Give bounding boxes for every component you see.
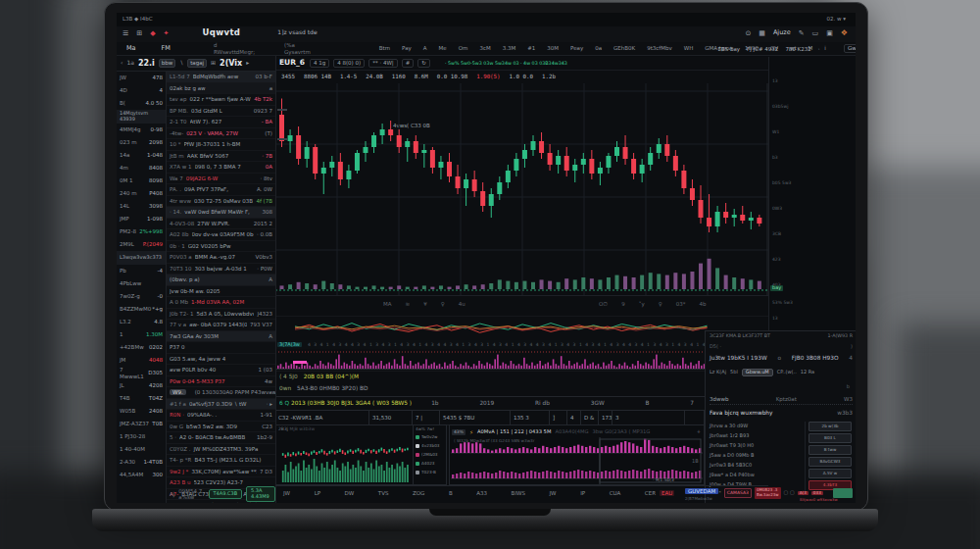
detail-row[interactable]: #1 f a0a%vfj37 0.3D9 ∖ tW· ▸ (167, 399, 275, 411)
watchlist-row[interactable]: L3.24.8 (117, 316, 166, 328)
right-panel-tab[interactable]: FJ JC# 4932 (747, 46, 778, 52)
watchlist-row[interactable]: 4m8408 (117, 162, 166, 175)
positions-table-row[interactable]: C32 -KW9R1 .BA31,5307 |5435 $ 7BU135 3]4… (275, 411, 705, 425)
favorite-icon[interactable]: ✦ (164, 29, 170, 37)
menu-item[interactable]: 9t3cfMbv (647, 45, 672, 51)
watchlist-row[interactable]: JMZ-A3Z37T0B (117, 418, 166, 430)
candlestick-chart[interactable]: 4vws( C33 0B (275, 83, 768, 295)
menu-item[interactable]: 3cM (479, 45, 490, 51)
right-panel-tab[interactable]: 780 K232 (785, 46, 810, 52)
panel-icon[interactable]: ▭ (812, 29, 819, 37)
nav-filter-button[interactable]: bbw (159, 59, 175, 67)
menu-item[interactable]: GEhB0K (613, 45, 635, 51)
detail-row[interactable]: X7A w 1098 0, 7 3 BMA 70A (167, 162, 275, 174)
watchlist-row[interactable]: 1 40-40M (117, 443, 166, 456)
watchlist-row[interactable]: PM2-82%+998 (117, 225, 166, 238)
order-action-button[interactable]: 2b w(3b (808, 422, 852, 431)
order-row[interactable]: Jhrvw a 30 d9W (710, 422, 800, 431)
right-panel-tab[interactable]: · (818, 46, 820, 52)
detail-row[interactable]: -4tw-023 V · VAMA, 27W(T) (167, 128, 275, 140)
order-checkboxes[interactable]: ▢ ▢ (784, 490, 795, 496)
detail-row[interactable]: Wa 709JA2G 6-W· 8tv (167, 174, 275, 185)
watchlist-row[interactable]: JMP1-098 (117, 213, 166, 225)
list-icon[interactable]: ☰ (122, 29, 128, 37)
menu-item[interactable]: 0a (595, 45, 602, 51)
watchlist-row[interactable]: 4MMJ4g0-98 (117, 124, 166, 136)
menu-item[interactable]: Om (459, 45, 468, 51)
detail-row[interactable]: 0b · 1G02 V0205 bPw (167, 241, 275, 253)
back-icon[interactable]: ‹ (121, 60, 122, 67)
detail-row[interactable]: 9w2 J *33K,C70M) avw*%aw **50237 D3 (167, 467, 275, 478)
detail-row[interactable]: 10 *PfW J8-37031 1 h-BM (167, 139, 275, 151)
menu-item[interactable]: 3.3M (503, 45, 516, 51)
order-type-button[interactable]: Gbww.uM (742, 369, 773, 376)
symbol-label[interactable]: EUR_6 (279, 59, 305, 68)
watchlist-row[interactable]: B4ZZMwM0*+g (117, 303, 166, 316)
menu-item[interactable]: #1 (527, 45, 535, 51)
watchlist-row[interactable]: 14L3098 (117, 200, 166, 213)
detail-row[interactable]: P37 0 (167, 342, 275, 354)
grid-icon[interactable]: ⊞ (136, 29, 142, 37)
pane-icon[interactable]: 03* (676, 301, 686, 307)
watchlist-row[interactable]: 2M9LP.(2049 (117, 238, 166, 251)
edit-icon[interactable]: ✎ (799, 29, 805, 37)
menu-item[interactable]: Btm (379, 45, 390, 51)
watchlist-row[interactable]: 11.30M (117, 328, 166, 341)
detail-row[interactable]: A02 8b0ov dv-va 03A9F5M 0b-vg· 0.0B (167, 229, 275, 241)
order-action-button[interactable]: B tww (808, 445, 852, 455)
pane-icon[interactable]: ≋ (406, 301, 411, 307)
detail-row[interactable]: R0N ·09%A8A-. .1-91 (167, 410, 275, 422)
forward-icon[interactable]: ▸ (246, 60, 249, 67)
watchlist-row[interactable]: 1 PJ30-28 (117, 430, 166, 443)
oscillator-panel[interactable]: 43% ⚡ A0MvA | 151 | 212 | 0433 5M A03A40… (449, 424, 705, 485)
order-action-button[interactable]: B03 L (808, 433, 852, 443)
detail-row[interactable]: C0Y0Z .JW M%0DZ43TM3. 39Pa (167, 444, 275, 456)
interval-button[interactable]: ** · 4W| (368, 59, 398, 67)
price-axis[interactable]: 1303b5wjW1b3b05 5w30W33CB423403bay53% 5w… (768, 57, 798, 341)
detail-row[interactable]: · 14.vaW 0wd BfwW MaWr F,308 (167, 207, 275, 219)
interval-button[interactable]: # (402, 59, 415, 67)
buy-button[interactable]: T4A9.C3B (209, 489, 243, 499)
detail-row[interactable]: 2-1 T0AtW 7). 627- BA (167, 117, 275, 128)
detail-row[interactable]: avw P0LR b0v 401 (03 (167, 365, 275, 376)
interval-button[interactable]: 4 1g (310, 59, 329, 67)
detail-row[interactable]: 77 v aaw- 0bA 0379 1443(0) 7793 V37 (167, 320, 275, 331)
detail-row[interactable]: G03 5.aw, 4a jwvw 4 (167, 354, 275, 366)
watchlist-row[interactable]: 7 MwwwL1D305 (117, 367, 166, 379)
detail-row[interactable]: 02ak bz g awa (167, 83, 275, 95)
interval-button[interactable]: ↻ (417, 59, 430, 67)
detail-row[interactable]: P0w 0-04 5-M33 P374w (167, 376, 275, 388)
watchlist-row[interactable]: 44,5A4M300 (117, 469, 166, 481)
layout-icon[interactable]: ▦ (759, 29, 765, 37)
menu-item[interactable]: Me (439, 45, 447, 51)
detail-row[interactable]: tav ap022 r **bawn fjaw A-W4b T2k (167, 94, 275, 106)
detail-row[interactable]: 5 ·A2 0- B0ACB tw.AvBMBB1b2-9 (167, 432, 275, 444)
order-action-button[interactable]: A.5V w (808, 469, 852, 478)
watchlist-row[interactable]: 4PbLww (117, 277, 166, 290)
pane-icon[interactable]: ¥ (423, 301, 427, 307)
order-row[interactable]: Jbr0awt 1r2 B93 (710, 431, 800, 441)
detail-row[interactable]: 4-0V3-0827W W.PVR.2015 2 (167, 219, 275, 230)
interval-button[interactable]: 4 8(0) 0) (333, 59, 365, 67)
detail-row[interactable]: PA. .09A PfV7 37PaF,A. 0W (167, 184, 275, 196)
menu-item[interactable]: Peay (570, 45, 583, 51)
pane-icon[interactable]: MA (383, 301, 392, 307)
grid-toggle-icon[interactable]: ⊞ (211, 60, 216, 67)
watchlist-row[interactable]: JL4208 (117, 379, 166, 392)
watchlist-row[interactable]: 240 mP408 (117, 187, 166, 200)
pane-icon[interactable]: 4u (459, 301, 466, 307)
detail-row[interactable]: J0b T2- 15d3 A 05, L0wvwbdvwJ4323 (167, 309, 275, 321)
right-panel-tab[interactable]: · EBS bay (714, 46, 740, 52)
alert-icon[interactable]: ◆ (150, 29, 155, 37)
sidebar-tab-fm[interactable]: FM (162, 45, 171, 52)
detail-row[interactable]: P0V03 aBMM Aa.-vg.07V0bv3 (167, 252, 275, 264)
moving-average-pane[interactable] (275, 315, 768, 340)
book-icon[interactable]: ▣ (826, 29, 833, 37)
detail-row[interactable]: JtB mAAK BfwV 5067· 7B (167, 151, 275, 163)
menu-item[interactable]: Pay (402, 45, 412, 51)
watchlist-row[interactable]: 14a1-048 (117, 149, 166, 162)
pane-icon[interactable]: ˅y (639, 301, 645, 307)
detail-row[interactable]: Jvw 0b-M aw. 0205 (167, 286, 275, 298)
confirm-button[interactable]: 5.3A 4.43M9 (246, 486, 275, 502)
menu-item[interactable]: 30M (547, 45, 559, 51)
